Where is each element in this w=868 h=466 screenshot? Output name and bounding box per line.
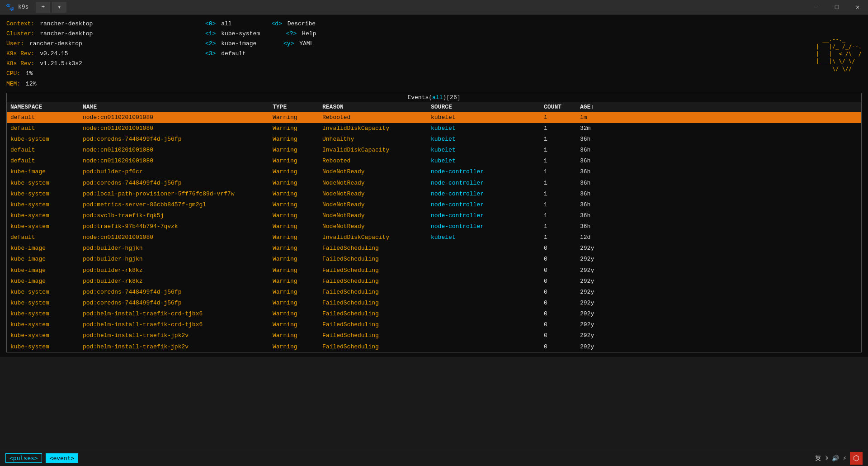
table-row[interactable]: kube-system pod:coredns-7448499f4d-j56fp… [7,178,861,189]
events-header-bar: Events(all)[26] [7,93,861,102]
cell-name: node:cn01l0201001080 [83,233,273,242]
shortcut-label-1[interactable]: Help [302,30,316,37]
cell-type: Warning [273,255,322,264]
user-value: rancher-desktop [29,40,82,47]
cell-count: 0 [544,266,580,275]
cell-source [431,288,544,297]
shortcut-key-0[interactable]: <d> [271,20,282,27]
cell-count: 1 [544,135,580,144]
cell-reason: FailedScheduling [322,342,431,352]
shortcut-key-1[interactable]: <?> [286,30,297,37]
cell-reason: NodeNotReady [322,200,431,209]
table-row[interactable]: kube-system pod:helm-install-traefik-jpk… [7,330,861,341]
cell-type: Warning [273,113,322,122]
col-age: AGE↑ [580,104,616,110]
cell-reason: FailedScheduling [322,244,431,253]
cell-type: Warning [273,342,322,352]
table-row[interactable]: kube-image pod:builder-hgjkn Warning Fai… [7,243,861,254]
tab-dropdown-button[interactable]: ▾ [52,2,66,13]
cell-reason: FailedScheduling [322,299,431,308]
cell-name: pod:builder-rk8kz [83,277,273,286]
shortcut-label-2[interactable]: YAML [299,40,313,47]
cell-reason: NodeNotReady [322,190,431,199]
shortcut-label-0[interactable]: Describe [288,20,316,27]
k9s-rev-value: v0.24.15 [40,50,68,57]
cell-namespace: kube-image [10,255,83,264]
nav-label-2[interactable]: kube-image [221,40,256,47]
cell-name: pod:helm-install-traefik-jpk2v [83,331,273,340]
nav-row-1: <1> kube-system <?> Help [205,29,744,39]
cell-reason: NodeNotReady [322,211,431,220]
cell-type: Warning [273,190,322,199]
cell-type: Warning [273,309,322,319]
pulses-tag[interactable]: <pulses> [5,453,42,463]
cpu-value: 1% [26,70,33,77]
table-row[interactable]: kube-system pod:coredns-7448499f4d-j56fp… [7,298,861,309]
cell-age: 292y [580,299,616,308]
table-row[interactable]: default node:cn01l0201001080 Warning Reb… [7,112,861,123]
info-section: Context: rancher-desktop Cluster: ranche… [6,19,862,89]
cell-source: kubelet [431,146,544,155]
table-row[interactable]: default node:cn01l0201001080 Warning Inv… [7,123,861,134]
table-row[interactable]: kube-system pod:metrics-server-86cbb8457… [7,200,861,210]
cell-count: 1 [544,179,580,188]
nav-key-2[interactable]: <2> [205,40,216,47]
cell-namespace: kube-image [10,266,83,275]
table-row[interactable]: kube-image pod:builder-rk8kz Warning Fai… [7,265,861,276]
nav-key-1[interactable]: <1> [205,30,216,37]
cell-name: pod:traefik-97b44b794-7qvzk [83,222,273,231]
table-row[interactable]: kube-image pod:builder-hgjkn Warning Fai… [7,254,861,265]
new-tab-button[interactable]: + [36,2,50,13]
cluster-value: rancher-desktop [40,30,93,37]
nav-key-3[interactable]: <3> [205,50,216,57]
cell-namespace: kube-system [10,309,83,319]
event-tag[interactable]: <event> [46,453,79,463]
cell-age: 36h [580,200,616,209]
table-row[interactable]: kube-system pod:local-path-provisioner-5… [7,189,861,200]
nav-key-0[interactable]: <0> [205,20,216,27]
k8s-rev-row: K8s Rev: v1.21.5+k3s2 [6,59,151,69]
maximize-button[interactable]: □ [826,0,847,14]
cell-count: 0 [544,320,580,329]
cell-name: pod:helm-install-traefik-crd-tjbx6 [83,309,273,319]
close-button[interactable]: ✕ [847,0,868,14]
table-row[interactable]: default node:cn01l0201001080 Warning Reb… [7,156,861,166]
k8s-rev-label: K8s Rev: [6,60,34,67]
table-row[interactable]: kube-system pod:coredns-7448499f4d-j56fp… [7,134,861,145]
cell-reason: Unhealthy [322,135,431,144]
cell-namespace: kube-system [10,222,83,231]
table-row[interactable]: kube-system pod:coredns-7448499f4d-j56fp… [7,287,861,298]
cell-name: pod:builder-pf6cr [83,167,273,176]
cell-name: pod:local-path-provisioner-5ff76fc89d-vr… [83,190,273,199]
cell-age: 292y [580,342,616,352]
cell-type: Warning [273,124,322,133]
table-row[interactable]: kube-image pod:builder-rk8kz Warning Fai… [7,276,861,287]
cell-namespace: kube-system [10,320,83,329]
table-row[interactable]: kube-system pod:traefik-97b44b794-7qvzk … [7,221,861,232]
minimize-button[interactable]: ─ [806,0,826,14]
cell-reason: InvalidDiskCapacity [322,124,431,133]
cell-count: 1 [544,190,580,199]
info-center: <0> all <d> Describe <1> kube-system <?>… [151,19,744,89]
table-row[interactable]: kube-system pod:helm-install-traefik-crd… [7,319,861,330]
cell-namespace: kube-system [10,135,83,144]
nav-label-1[interactable]: kube-system [221,30,260,37]
cell-age: 36h [580,179,616,188]
table-row[interactable]: kube-system pod:helm-install-traefik-jpk… [7,342,861,352]
col-reason: REASON [322,104,431,110]
cell-namespace: default [10,124,83,133]
cell-name: pod:coredns-7448499f4d-j56fp [83,135,273,144]
nav-label-3[interactable]: default [221,50,246,57]
window-controls: ─ □ ✕ [806,0,868,14]
cell-name: node:cn0l10201001080 [83,146,273,155]
shortcut-key-2[interactable]: <y> [283,40,294,47]
nav-label-0[interactable]: all [221,20,231,27]
table-row[interactable]: kube-system pod:svclb-traefik-fqk5j Warn… [7,210,861,221]
cell-age: 36h [580,135,616,144]
table-row[interactable]: kube-image pod:builder-pf6cr Warning Nod… [7,166,861,177]
table-row[interactable]: default node:cn0l10201001080 Warning Inv… [7,145,861,156]
cell-count: 1 [544,124,580,133]
table-row[interactable]: default node:cn01l0201001080 Warning Inv… [7,232,861,243]
cell-namespace: kube-system [10,299,83,308]
table-row[interactable]: kube-system pod:helm-install-traefik-crd… [7,309,861,319]
